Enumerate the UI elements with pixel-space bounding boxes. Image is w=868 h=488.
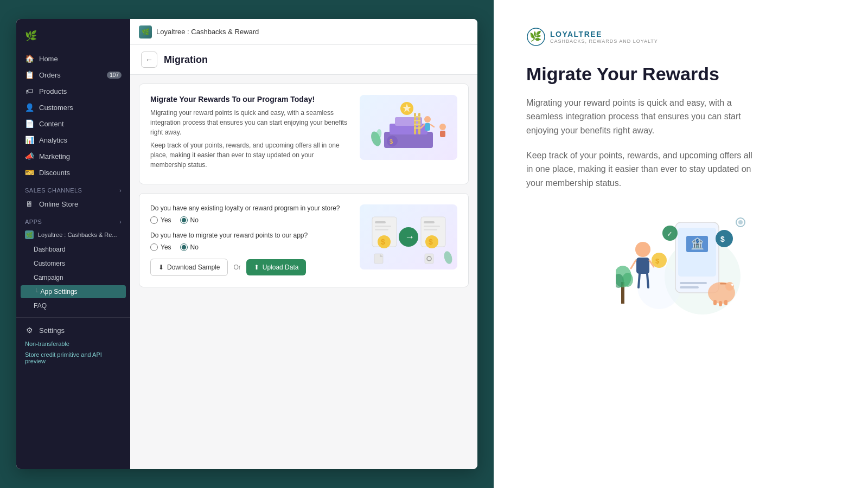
- svg-text:→: →: [405, 232, 414, 242]
- sidebar-item-label: Customers: [39, 104, 73, 112]
- sidebar-item-products[interactable]: 🏷 Products: [16, 83, 130, 99]
- svg-point-72: [622, 273, 633, 287]
- sidebar-item-settings[interactable]: ⚙ Settings: [16, 322, 130, 338]
- svg-line-60: [639, 274, 640, 287]
- sidebar-link-nontransferable[interactable]: Non-transferable: [16, 338, 130, 349]
- app-header[interactable]: 🌿 Loyaltree : Cashbacks & Re...: [16, 227, 130, 242]
- svg-text:$: $: [720, 235, 725, 243]
- back-button[interactable]: ←: [141, 52, 157, 68]
- sidebar-item-faq[interactable]: FAQ: [16, 299, 130, 313]
- card-text: Migrate Your Rewards To our Program Toda…: [150, 95, 351, 173]
- svg-rect-24: [375, 229, 388, 230]
- svg-rect-16: [440, 131, 445, 137]
- topbar: 🌿 Loyaltree : Cashbacks & Reward: [130, 19, 477, 45]
- svg-line-61: [647, 274, 648, 287]
- sidebar-item-label: Content: [39, 120, 64, 128]
- orders-icon: 📋: [25, 70, 34, 79]
- svg-point-64: [731, 284, 733, 286]
- svg-rect-31: [424, 226, 440, 227]
- settings-icon: ⚙: [25, 326, 34, 335]
- svg-text:🌿: 🌿: [529, 30, 542, 42]
- page-header: ← Migration: [130, 45, 477, 75]
- main-content: 🌿 Loyaltree : Cashbacks & Reward ← Migra…: [130, 19, 477, 469]
- svg-rect-30: [424, 221, 435, 223]
- svg-rect-7: [414, 124, 420, 125]
- page-body: Migrate Your Rewards To our Program Toda…: [130, 75, 477, 296]
- radio-no-2[interactable]: No: [180, 243, 199, 251]
- svg-text:$: $: [381, 237, 385, 246]
- discounts-icon: 🎫: [25, 168, 34, 177]
- sidebar-item-marketing[interactable]: 📣 Marketing: [16, 148, 130, 164]
- download-sample-button[interactable]: ⬇ Download Sample: [150, 259, 228, 276]
- promo-title: Migrate Your Rewards: [526, 63, 835, 85]
- right-panel: 🌿 LOYALTREE Cashbacks, Rewards and Loyal…: [494, 0, 868, 488]
- svg-point-63: [725, 282, 734, 291]
- page-title: Migration: [164, 54, 208, 66]
- sidebar-item-dashboard[interactable]: Dashboard: [16, 242, 130, 256]
- svg-rect-12: [425, 123, 430, 131]
- promo-illustration: 🏦 $ $ ✓: [616, 206, 746, 314]
- sidebar-link-store-credit[interactable]: Store credit primitive and API preview: [16, 349, 130, 367]
- svg-rect-23: [375, 226, 391, 227]
- promo-desc-1: Migrating your reward points is quick an…: [526, 96, 754, 138]
- brand-text: LOYALTREE Cashbacks, Rewards and Loyalty: [550, 30, 658, 44]
- app-sub-menu: Dashboard Customers Campaign └ App Setti…: [16, 242, 130, 313]
- or-label: Or: [233, 264, 240, 271]
- sidebar-item-analytics[interactable]: 📊 Analytics: [16, 132, 130, 148]
- sidebar-item-label: Orders: [39, 71, 61, 79]
- radio-input-yes-1[interactable]: [150, 216, 158, 224]
- actions-row: ⬇ Download Sample Or ⬆ Upload Data: [150, 259, 351, 276]
- svg-rect-66: [719, 301, 722, 306]
- sidebar-logo: 🌿: [16, 25, 130, 50]
- upload-icon: ⬆: [254, 264, 259, 271]
- sidebar-item-campaign[interactable]: Campaign: [16, 271, 130, 285]
- home-icon: 🏠: [25, 54, 34, 63]
- sidebar-bottom: ⚙ Settings Non-transferable Store credit…: [16, 317, 130, 367]
- sidebar-item-home[interactable]: 🏠 Home: [16, 50, 130, 67]
- svg-text:🏦: 🏦: [691, 237, 704, 250]
- app-icon: 🌿: [25, 230, 34, 239]
- sidebar-item-customers[interactable]: 👤 Customers: [16, 99, 130, 115]
- svg-rect-68: [720, 283, 726, 285]
- migration-illustration-svg: $: [362, 97, 455, 159]
- sidebar-item-customers-sub[interactable]: Customers: [16, 256, 130, 271]
- brand-icon-svg: 🌿: [526, 27, 546, 47]
- svg-point-15: [439, 124, 446, 130]
- question-1: Do you have any existing loyalty or rewa…: [150, 204, 351, 212]
- svg-text:$: $: [429, 237, 433, 246]
- svg-rect-48: [680, 282, 707, 284]
- card-desc-2: Keep track of your points, rewards, and …: [150, 140, 351, 170]
- sidebar-item-label: Products: [39, 87, 67, 95]
- radio-no-1[interactable]: No: [180, 216, 199, 224]
- brand-name: LOYALTREE: [550, 30, 658, 38]
- radio-input-no-1[interactable]: [180, 216, 188, 224]
- radio-input-yes-2[interactable]: [150, 243, 158, 251]
- sidebar-item-discounts[interactable]: 🎫 Discounts: [16, 164, 130, 181]
- svg-rect-22: [375, 221, 386, 223]
- orders-badge: 107: [107, 72, 122, 79]
- svg-point-74: [738, 220, 743, 224]
- sales-channels-section: Sales channels ›: [16, 181, 130, 196]
- sidebar-item-online-store[interactable]: 🖥 Online Store: [16, 196, 130, 212]
- sidebar-item-label: Home: [39, 55, 58, 63]
- upload-data-button[interactable]: ⬆ Upload Data: [246, 259, 307, 275]
- svg-line-58: [631, 260, 636, 268]
- sidebar-item-label: Online Store: [39, 200, 78, 208]
- radio-group-1: Yes No: [150, 216, 351, 224]
- svg-point-11: [424, 116, 431, 123]
- brand-tagline: Cashbacks, Rewards and Loyalty: [550, 38, 658, 44]
- svg-rect-57: [636, 258, 649, 274]
- svg-rect-49: [680, 286, 699, 288]
- radio-input-no-2[interactable]: [180, 243, 188, 251]
- apps-expand-icon: ›: [119, 219, 122, 225]
- svg-rect-37: [425, 254, 433, 264]
- radio-group-2: Yes No: [150, 243, 351, 251]
- sidebar-item-orders[interactable]: 📋 Orders 107: [16, 67, 130, 83]
- sidebar: 🌿 🏠 Home 📋 Orders 107 🏷 Products 👤 Custo…: [16, 19, 130, 469]
- sidebar-item-content[interactable]: 📄 Content: [16, 115, 130, 132]
- analytics-icon: 📊: [25, 136, 34, 144]
- radio-yes-1[interactable]: Yes: [150, 216, 171, 224]
- radio-yes-2[interactable]: Yes: [150, 243, 171, 251]
- card-illustration-2: $ → $: [360, 204, 457, 269]
- sidebar-item-app-settings[interactable]: └ App Settings: [21, 285, 126, 298]
